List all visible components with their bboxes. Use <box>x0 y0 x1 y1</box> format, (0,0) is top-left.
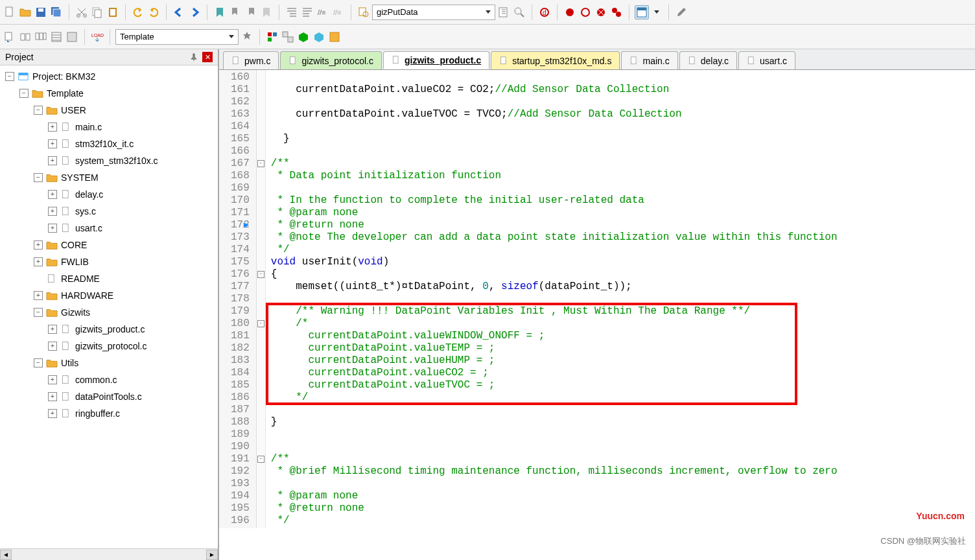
fold-toggle[interactable]: - <box>257 271 264 278</box>
tree-file[interactable]: +usart.c <box>3 220 218 237</box>
chevron-down-icon[interactable] <box>654 10 659 14</box>
fold-column[interactable]: ---- <box>257 70 266 528</box>
editor-tab[interactable]: gizwits_protocol.c <box>280 51 382 69</box>
incremental-find-icon[interactable] <box>512 5 526 19</box>
breakpoint-clear-icon[interactable] <box>609 5 624 19</box>
search-combo[interactable]: gizPutData <box>372 5 495 20</box>
tree-file[interactable]: +dataPointTools.c <box>3 388 218 405</box>
tree-toggle[interactable]: + <box>34 257 43 266</box>
tree-file[interactable]: +common.c <box>3 371 218 388</box>
batch-build-icon[interactable] <box>49 30 64 44</box>
tree-toggle[interactable]: + <box>48 342 57 351</box>
close-icon[interactable]: ✕ <box>202 52 213 62</box>
download-icon[interactable]: LOAD <box>90 30 104 44</box>
outdent-icon[interactable] <box>300 5 314 19</box>
tree-folder-core[interactable]: +CORE <box>3 237 218 253</box>
redo-icon[interactable] <box>147 5 161 19</box>
fold-toggle[interactable]: - <box>257 160 264 167</box>
open-folder-icon[interactable] <box>18 5 32 19</box>
bookmark-next-icon[interactable] <box>244 5 258 19</box>
paste-icon[interactable] <box>106 5 120 19</box>
tree-toggle[interactable]: + <box>48 139 57 148</box>
tree-toggle[interactable]: − <box>34 308 43 317</box>
editor-tab[interactable]: pwm.c <box>223 51 279 69</box>
manage-project-icon[interactable] <box>265 30 279 44</box>
tree-folder-hardware[interactable]: +HARDWARE <box>3 287 218 304</box>
target-options-icon[interactable] <box>240 30 254 44</box>
tree-file[interactable]: +delay.c <box>3 186 218 203</box>
breakpoint-remove-icon[interactable] <box>594 5 608 19</box>
tree-toggle[interactable]: + <box>48 156 57 165</box>
tree-toggle[interactable]: − <box>34 358 43 368</box>
cut-icon[interactable] <box>75 5 89 19</box>
tree-toggle[interactable]: + <box>48 122 57 132</box>
tree-folder-utils[interactable]: −Utils <box>3 355 218 371</box>
books-icon[interactable] <box>327 30 342 44</box>
tree-toggle[interactable]: + <box>48 409 57 418</box>
copy-icon[interactable] <box>90 5 104 19</box>
tree-toggle[interactable]: − <box>5 72 14 81</box>
tree-folder-user[interactable]: −USER <box>3 102 218 119</box>
fold-toggle[interactable]: - <box>257 456 264 463</box>
code-content[interactable]: currentDataPoint.valueCO2 = CO2;//Add Se… <box>266 70 838 528</box>
tree-file[interactable]: +main.c <box>3 119 218 135</box>
tree-file-readme[interactable]: README <box>3 270 218 287</box>
scroll-right-icon[interactable]: ► <box>206 550 218 560</box>
bookmark-icon[interactable] <box>213 5 227 19</box>
tree-toggle[interactable]: + <box>34 291 43 300</box>
tree-file[interactable]: +ringbuffer.c <box>3 405 218 422</box>
find-in-files-icon[interactable] <box>357 5 371 19</box>
comment-icon[interactable]: //≡ <box>316 5 330 19</box>
breakpoint-icon[interactable] <box>563 5 577 19</box>
tree-file[interactable]: +gizwits_product.c <box>3 321 218 338</box>
nav-fwd-icon[interactable] <box>187 5 202 19</box>
tree-toggle[interactable]: + <box>48 190 57 199</box>
tree-toggle[interactable]: + <box>48 207 57 216</box>
tree-folder-fwlib[interactable]: +FWLIB <box>3 253 218 270</box>
editor-tab[interactable]: main.c <box>621 51 677 69</box>
target-combo[interactable]: Template <box>115 29 239 45</box>
tree-target[interactable]: −Template <box>3 85 218 102</box>
translate-icon[interactable] <box>3 30 17 44</box>
tree-folder-gizwits[interactable]: −Gizwits <box>3 304 218 321</box>
nav-back-icon[interactable] <box>172 5 186 19</box>
configure-icon[interactable] <box>674 5 688 19</box>
tree-toggle[interactable]: + <box>48 375 57 384</box>
bookmark-prev-icon[interactable] <box>228 5 242 19</box>
tree-file[interactable]: +sys.c <box>3 203 218 220</box>
new-file-icon[interactable] <box>3 5 17 19</box>
tree-file[interactable]: +stm32f10x_it.c <box>3 135 218 152</box>
stop-build-icon[interactable] <box>65 30 79 44</box>
tree-project-root[interactable]: −Project: BKM32 <box>3 68 218 85</box>
tree-toggle[interactable]: − <box>19 89 29 98</box>
tree-folder-system[interactable]: −SYSTEM <box>3 169 218 186</box>
tree-file[interactable]: +system_stm32f10x.c <box>3 152 218 169</box>
code-editor[interactable]: 1601611621631641651661671681691701711721… <box>219 70 975 560</box>
scroll-left-icon[interactable]: ◄ <box>0 550 12 560</box>
bookmark-clear-icon[interactable] <box>259 5 274 19</box>
find-next-icon[interactable] <box>497 5 511 19</box>
uncomment-icon[interactable]: //≡ <box>331 5 346 19</box>
panel-hscroll[interactable]: ◄ ► <box>0 548 218 560</box>
tree-toggle[interactable]: + <box>48 325 57 334</box>
multi-project-icon[interactable] <box>281 30 295 44</box>
tree-file[interactable]: +gizwits_protocol.c <box>3 338 218 355</box>
tree-toggle[interactable]: + <box>48 392 57 401</box>
pin-icon[interactable] <box>189 52 198 62</box>
undo-icon[interactable] <box>131 5 145 19</box>
project-tree[interactable]: −Project: BKM32−Template−USER+main.c+stm… <box>0 65 218 548</box>
breakpoint-disable-icon[interactable] <box>578 5 593 19</box>
tree-toggle[interactable]: + <box>48 224 57 233</box>
build-icon[interactable] <box>18 30 32 44</box>
indent-icon[interactable] <box>285 5 299 19</box>
debug-icon[interactable]: d <box>537 5 552 19</box>
editor-tab[interactable]: gizwits_product.c <box>383 51 489 69</box>
save-icon[interactable] <box>34 5 48 19</box>
editor-tab[interactable]: delay.c <box>679 51 737 69</box>
fold-toggle[interactable]: - <box>257 320 264 327</box>
editor-tab[interactable]: startup_stm32f10x_md.s <box>491 51 620 69</box>
rebuild-icon[interactable] <box>34 30 48 44</box>
save-all-icon[interactable] <box>49 5 64 19</box>
pack-installer-icon[interactable] <box>312 30 326 44</box>
tree-toggle[interactable]: + <box>34 240 43 250</box>
